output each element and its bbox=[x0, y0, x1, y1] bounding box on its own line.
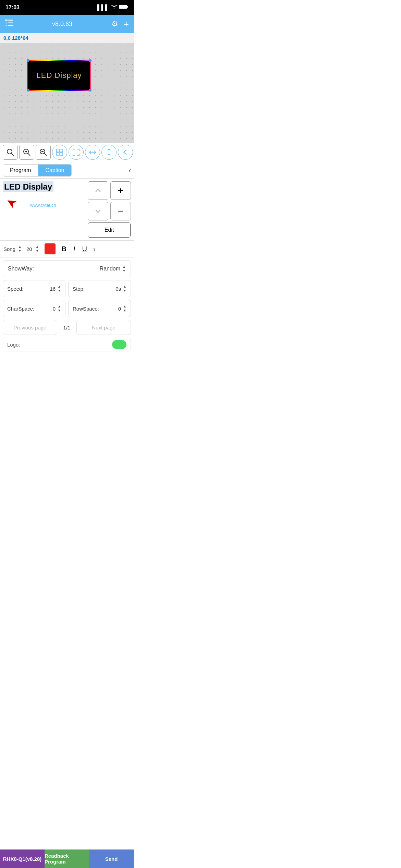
svg-rect-19 bbox=[57, 149, 59, 152]
showway-arrows[interactable]: ▲ ▼ bbox=[122, 265, 126, 273]
caption-tab[interactable]: Caption bbox=[38, 164, 71, 177]
charspace-rowspace-row: CharSpace: 0 ▲ ▼ RowSpace: 0 ▲ ▼ bbox=[3, 300, 131, 317]
menu-icon[interactable] bbox=[5, 20, 13, 28]
wifi-icon bbox=[111, 4, 117, 11]
font-more-icon[interactable]: › bbox=[93, 245, 96, 253]
add-icon[interactable]: + bbox=[124, 19, 129, 29]
fullscreen-btn[interactable] bbox=[69, 145, 84, 160]
next-page-btn[interactable]: Next page bbox=[76, 320, 131, 335]
text-editor-area: LED Display ➤ www.cvtat.cn + − Edit bbox=[0, 179, 134, 241]
svg-point-5 bbox=[6, 23, 7, 24]
expand-v-btn[interactable] bbox=[101, 145, 117, 160]
charspace-arrows[interactable]: ▲ ▼ bbox=[58, 304, 61, 313]
add-item-btn[interactable]: + bbox=[110, 181, 131, 200]
bold-btn[interactable]: B bbox=[60, 244, 68, 254]
showway-value-group[interactable]: Random ▲ ▼ bbox=[100, 265, 126, 273]
led-text-display[interactable]: LED Display bbox=[3, 181, 53, 192]
status-icons: ▌▌▌ bbox=[97, 4, 128, 11]
handle-tl[interactable] bbox=[27, 59, 29, 62]
svg-point-10 bbox=[7, 149, 12, 154]
svg-rect-1 bbox=[127, 6, 128, 8]
underline-btn[interactable]: U bbox=[81, 244, 88, 254]
stop-down[interactable]: ▼ bbox=[123, 289, 126, 293]
showway-up[interactable]: ▲ bbox=[122, 265, 126, 269]
zoom-out-btn[interactable] bbox=[36, 145, 51, 160]
zoom-fit-btn[interactable] bbox=[3, 145, 18, 160]
nav-bar: v8.0.63 ⚙ + bbox=[0, 15, 134, 33]
font-size-spinner[interactable]: ▲ ▼ bbox=[36, 245, 39, 253]
charspace-down[interactable]: ▼ bbox=[58, 309, 61, 313]
text-content: LED Display ➤ www.cvtat.cn bbox=[3, 181, 85, 220]
font-family-arrows[interactable]: ▲ ▼ bbox=[18, 245, 22, 253]
font-family-up[interactable]: ▲ bbox=[18, 245, 22, 249]
dot-grid bbox=[0, 43, 134, 142]
prev-page-btn[interactable]: Previous page bbox=[3, 320, 57, 335]
expand-h-btn[interactable] bbox=[85, 145, 100, 160]
stop-value-group[interactable]: 0s ▲ ▼ bbox=[116, 285, 126, 293]
logo-toggle[interactable] bbox=[112, 340, 126, 349]
logo-row: Logo: bbox=[3, 338, 131, 351]
charspace-value: 0 bbox=[53, 306, 56, 312]
led-display-box[interactable]: LED Display bbox=[27, 60, 91, 91]
showway-down[interactable]: ▼ bbox=[122, 269, 126, 273]
stop-arrows[interactable]: ▲ ▼ bbox=[123, 285, 126, 293]
nav-icons: ⚙ + bbox=[111, 19, 129, 29]
remove-item-btn[interactable]: − bbox=[110, 202, 131, 220]
canvas-area: LED Display bbox=[0, 43, 134, 142]
charspace-up[interactable]: ▲ bbox=[58, 304, 61, 309]
speed-label: Speed: bbox=[7, 286, 24, 292]
speed-value-group[interactable]: 16 ▲ ▼ bbox=[50, 285, 61, 293]
logo-label: Logo: bbox=[7, 342, 20, 348]
rowspace-arrows[interactable]: ▲ ▼ bbox=[123, 304, 126, 313]
page-number: 1/1 bbox=[60, 325, 74, 330]
svg-point-4 bbox=[6, 20, 7, 21]
rowspace-value-group[interactable]: 0 ▲ ▼ bbox=[118, 304, 126, 313]
svg-line-18 bbox=[45, 154, 47, 156]
pagination-row: Previous page 1/1 Next page bbox=[3, 320, 131, 335]
stop-up[interactable]: ▲ bbox=[123, 285, 126, 289]
handle-br[interactable] bbox=[89, 89, 92, 92]
tab-back-icon[interactable]: ‹ bbox=[129, 166, 131, 174]
rowspace-label: RowSpace: bbox=[73, 306, 99, 312]
back-btn[interactable] bbox=[118, 145, 133, 160]
font-family-down[interactable]: ▼ bbox=[18, 249, 22, 253]
up-plus-row: + bbox=[88, 181, 131, 200]
status-bar: 17:03 ▌▌▌ bbox=[0, 0, 134, 15]
arrow-indicator: ➤ bbox=[3, 194, 20, 212]
speed-stop-row: Speed: 16 ▲ ▼ Stop: 0s ▲ ▼ bbox=[3, 280, 131, 297]
font-family-label: Song bbox=[3, 246, 15, 252]
svg-line-11 bbox=[12, 154, 14, 156]
rowspace-up[interactable]: ▲ bbox=[123, 304, 126, 309]
handle-tr[interactable] bbox=[89, 59, 92, 62]
speed-down[interactable]: ▼ bbox=[58, 289, 61, 293]
move-down-btn[interactable] bbox=[88, 202, 108, 220]
settings-icon[interactable]: ⚙ bbox=[111, 20, 118, 28]
speed-up[interactable]: ▲ bbox=[58, 285, 61, 289]
edit-button[interactable]: Edit bbox=[88, 222, 131, 238]
status-time: 17:03 bbox=[5, 4, 20, 11]
charspace-box: CharSpace: 0 ▲ ▼ bbox=[3, 300, 65, 317]
zoom-in-btn[interactable] bbox=[19, 145, 34, 160]
font-size-value: 20 bbox=[26, 246, 32, 252]
program-tab[interactable]: Program bbox=[3, 164, 38, 177]
stop-label: Stop: bbox=[73, 286, 85, 292]
svg-rect-8 bbox=[8, 23, 13, 24]
font-size-arrows[interactable]: ▲ ▼ bbox=[36, 245, 39, 253]
font-family-spinner[interactable]: ▲ ▼ bbox=[18, 245, 22, 253]
grid-btn[interactable] bbox=[52, 145, 67, 160]
rowspace-box: RowSpace: 0 ▲ ▼ bbox=[68, 300, 131, 317]
rowspace-down[interactable]: ▼ bbox=[123, 309, 126, 313]
font-size-down[interactable]: ▼ bbox=[36, 249, 39, 253]
move-up-btn[interactable] bbox=[88, 181, 108, 200]
italic-btn[interactable]: I bbox=[72, 244, 77, 254]
color-picker[interactable] bbox=[45, 243, 56, 254]
led-display-text: LED Display bbox=[36, 71, 82, 80]
stop-box: Stop: 0s ▲ ▼ bbox=[68, 280, 131, 297]
handle-bl[interactable] bbox=[27, 89, 29, 92]
font-size-up[interactable]: ▲ bbox=[36, 245, 39, 249]
text-controls: + − Edit bbox=[88, 181, 131, 238]
speed-value: 16 bbox=[50, 286, 56, 292]
svg-line-15 bbox=[28, 154, 31, 156]
charspace-value-group[interactable]: 0 ▲ ▼ bbox=[53, 304, 61, 313]
speed-arrows[interactable]: ▲ ▼ bbox=[58, 285, 61, 293]
